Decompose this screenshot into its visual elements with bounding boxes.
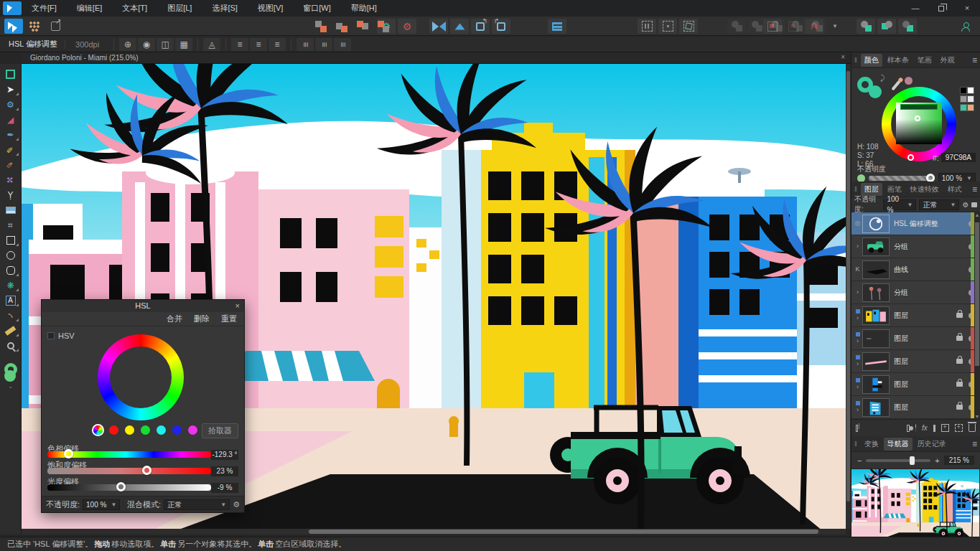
vector-brush-tool[interactable]: ✣ [2, 172, 19, 187]
valign-middle-button[interactable]: ≡ [315, 38, 332, 51]
canvas-horizontal-scrollbar[interactable] [22, 529, 846, 534]
luminosity-shift-value[interactable]: -9 % [211, 483, 238, 493]
merge-button[interactable]: 合并 [167, 314, 182, 324]
forward-one-button[interactable] [332, 19, 351, 34]
gray-swatch[interactable] [960, 95, 967, 103]
reset-button[interactable]: 重置 [221, 314, 237, 324]
expand-chevron-icon[interactable]: › [853, 289, 862, 296]
pen-tool[interactable]: ✒ [2, 127, 19, 142]
split-view-button[interactable]: ◫ [157, 38, 174, 51]
layer-effects-icon[interactable]: fx [922, 424, 928, 432]
hue-shift-knob[interactable] [64, 449, 73, 458]
panel-menu-icon[interactable]: ≡ [972, 184, 977, 194]
layers-scrollbar[interactable]: ▲ ▼ [974, 212, 980, 419]
fill-color-well[interactable] [869, 85, 882, 98]
tab-swatches[interactable]: 样本条 [884, 54, 913, 67]
hsv-checkbox[interactable] [47, 332, 55, 339]
layer-lock-icon[interactable] [956, 405, 963, 410]
panel-menu-icon[interactable]: ≡ [972, 55, 977, 65]
grid-options-button[interactable]: ▦ [175, 38, 192, 51]
tab-color[interactable]: 颜色 [861, 54, 882, 67]
luminosity-shift-knob[interactable] [116, 482, 126, 491]
menu-file[interactable]: 文件[F] [22, 0, 67, 17]
scroll-up-icon[interactable]: ▲ [974, 212, 980, 217]
menu-edit[interactable]: 编辑[E] [67, 0, 112, 17]
zoom-tool[interactable] [2, 338, 19, 353]
swap-colors-icon[interactable]: ⤸ [880, 74, 885, 83]
corner-tool[interactable]: ◢ [2, 112, 19, 127]
layers-gear-icon[interactable]: ⚙ [962, 201, 969, 209]
alignment-button[interactable] [548, 19, 566, 34]
layer-select-square[interactable] [856, 332, 860, 336]
tab-layers[interactable]: 图层 [861, 183, 882, 196]
white-swatch[interactable] [967, 87, 974, 94]
hsv-checkbox-row[interactable]: HSV [47, 331, 75, 340]
layer-row-pink-line[interactable]: › 图层 [851, 350, 980, 373]
to-front-button[interactable] [312, 19, 330, 34]
layer-row-curve-shadow[interactable]: K 曲线 [851, 258, 980, 281]
fill-stroke-indicator[interactable] [4, 363, 17, 382]
saturation-shift-slider[interactable] [47, 468, 211, 474]
layer-select-square[interactable] [856, 378, 860, 382]
panel-grip-icon[interactable]: ‖ [854, 57, 858, 64]
picker-button[interactable]: 拾取器 [202, 423, 238, 438]
layer-select-square[interactable] [856, 355, 860, 359]
tools-expand-chevron[interactable]: ⌄ [8, 383, 13, 390]
layer-row-group-palms[interactable]: › 分组 [851, 281, 980, 304]
tab-history[interactable]: 历史记录 [914, 438, 950, 451]
layer-lock-icon[interactable] [956, 336, 963, 341]
layer-lock-icon[interactable] [956, 382, 963, 387]
visibility-dot-icon[interactable]: ◎ [853, 220, 862, 227]
rectangle-tool[interactable] [2, 232, 19, 248]
document-close-button[interactable]: × [841, 53, 845, 61]
tab-styles[interactable]: 样式 [944, 183, 966, 196]
layer-row-blue-building-2[interactable]: › 图层 [851, 396, 980, 419]
menu-window[interactable]: 窗口[W] [293, 0, 341, 17]
account-button[interactable] [956, 19, 975, 34]
delete-layer-icon[interactable] [969, 424, 976, 432]
layer-row-blue-building[interactable]: › 图层 [851, 373, 980, 396]
pixel-persona-button[interactable] [25, 19, 44, 34]
adjustment-layer-icon[interactable] [915, 424, 916, 432]
master-channel-swatch[interactable] [93, 425, 103, 435]
tab-stroke[interactable]: 笔画 [914, 54, 935, 67]
layer-lock-icon[interactable] [956, 359, 963, 364]
lightgray-swatch[interactable] [967, 95, 974, 103]
hue-wheel-ring[interactable] [98, 334, 184, 420]
expand-chevron-icon[interactable]: › [857, 406, 859, 413]
layers-blend-dropdown[interactable]: 正常▼ [919, 199, 959, 210]
zoom-value[interactable]: 215 % [944, 456, 974, 465]
panel-grip-icon[interactable]: ‖ [854, 441, 858, 448]
add-group-icon[interactable] [955, 424, 963, 432]
back-one-button[interactable] [353, 19, 372, 34]
expand-chevron-icon[interactable]: › [857, 337, 859, 344]
zoom-out-button[interactable]: − [857, 456, 862, 465]
yellow-channel-swatch[interactable] [125, 425, 134, 435]
restore-button[interactable] [928, 0, 954, 17]
expand-chevron-icon[interactable]: › [857, 360, 859, 367]
live-filter-icon[interactable] [933, 425, 935, 432]
hex-value-field[interactable]: 97C98A [941, 153, 976, 162]
red-channel-swatch[interactable] [109, 425, 118, 435]
valign-bottom-button[interactable]: ≡ [334, 38, 351, 51]
rotate-ccw-button[interactable] [471, 19, 490, 34]
blue-channel-swatch[interactable] [172, 425, 182, 435]
flip-vertical-button[interactable] [450, 19, 469, 34]
black-swatch[interactable] [960, 87, 967, 94]
subtract-boolean-button[interactable] [877, 19, 896, 34]
measure-tool[interactable] [2, 323, 19, 338]
layer-select-square[interactable] [856, 401, 860, 405]
align-center-button[interactable]: ≡ [250, 38, 267, 51]
sl-marker[interactable] [915, 116, 920, 121]
frame-tool[interactable] [2, 67, 19, 82]
tab-appearance[interactable]: 外观 [937, 54, 958, 67]
layer-row-blank[interactable]: › 图层 [851, 327, 980, 350]
crop-tool[interactable]: ⌗ [2, 217, 19, 232]
magenta-channel-swatch[interactable] [188, 425, 197, 435]
rotate-cw-button[interactable] [492, 19, 510, 34]
saturation-shift-value[interactable]: 23 % [211, 466, 238, 476]
preview-button[interactable]: ◉ [138, 38, 155, 51]
close-button[interactable]: × [954, 0, 980, 17]
hsl-dialog[interactable]: HSL × 合并 删除 重置 HSV 拾取器 色相偏移 -129.3 ° 饱和度… [41, 299, 245, 513]
color-picker-dropper-icon[interactable] [891, 80, 900, 91]
